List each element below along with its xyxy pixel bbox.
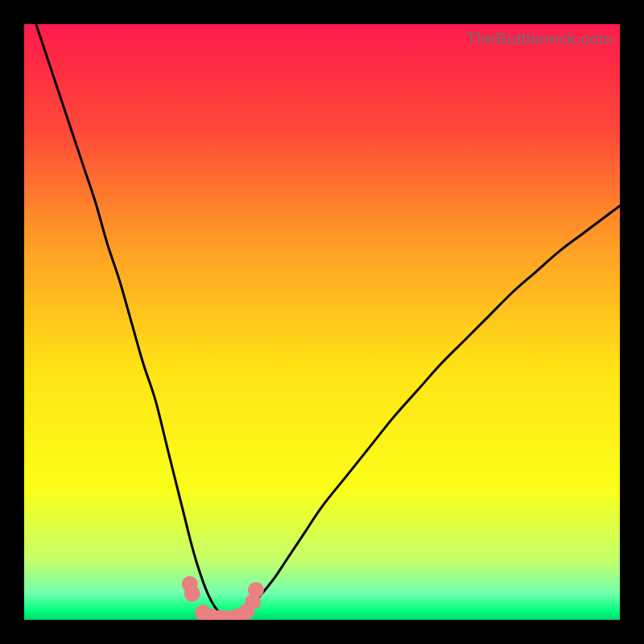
chart-frame: TheBottleneck.com xyxy=(0,0,644,644)
curve-right xyxy=(227,206,620,618)
curve-left xyxy=(36,24,227,618)
valley-marker xyxy=(248,582,264,598)
valley-marker xyxy=(184,585,200,601)
watermark-text: TheBottleneck.com xyxy=(466,29,613,48)
curves-layer xyxy=(24,24,620,620)
plot-area: TheBottleneck.com xyxy=(24,24,620,620)
